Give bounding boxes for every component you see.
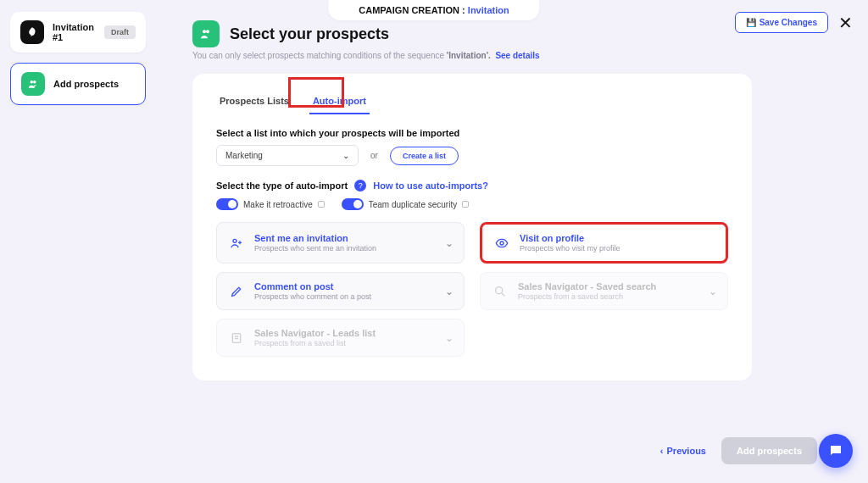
status-badge: Draft <box>104 25 136 39</box>
person-plus-icon <box>227 234 246 253</box>
toggle-retroactive[interactable]: Make it retroactive <box>216 198 325 210</box>
campaign-icon <box>20 20 44 44</box>
campaign-title: Invitation #1 <box>53 22 96 42</box>
tabs: Prospects Lists Auto-import <box>216 82 728 114</box>
list-select-value: Marketing <box>225 151 263 160</box>
prospects-icon <box>21 72 45 96</box>
main-card: Prospects Lists Auto-import Select a lis… <box>192 74 752 380</box>
sidebar-item-add-prospects[interactable]: Add prospects <box>10 63 146 105</box>
pencil-icon <box>227 282 246 301</box>
toggle-team-duplicate[interactable]: Team duplicate security <box>342 198 470 210</box>
see-details-link[interactable]: See details <box>495 51 539 60</box>
eye-icon <box>492 234 511 253</box>
svg-point-6 <box>496 286 503 293</box>
chevron-down-icon: ⌄ <box>709 286 717 297</box>
list-select[interactable]: Marketing ⌄ <box>216 145 359 166</box>
option-sent-invitation[interactable]: Sent me an invitation Prospects who sent… <box>216 222 465 264</box>
chevron-down-icon: ⌄ <box>445 237 453 249</box>
type-label: Select the type of auto-import <box>216 180 348 191</box>
option-visit-profile[interactable]: Visit on profile Prospects who visit my … <box>480 222 728 264</box>
tab-auto-import[interactable]: Auto-import <box>309 87 370 114</box>
svg-point-4 <box>233 239 236 242</box>
page-title: Select your prospects <box>230 25 389 43</box>
previous-button[interactable]: ‹ Previous <box>660 446 706 456</box>
list-label: Select a list into which your prospects … <box>216 128 728 138</box>
note-icon <box>227 329 246 347</box>
or-label: or <box>370 151 378 160</box>
sidebar-item-campaign[interactable]: Invitation #1 Draft <box>10 12 146 53</box>
option-leads-list: Sales Navigator - Leads list Prospects f… <box>216 319 465 357</box>
chevron-left-icon: ‹ <box>660 446 664 456</box>
chat-bubble-button[interactable] <box>819 434 853 468</box>
info-icon <box>318 201 325 208</box>
help-link[interactable]: How to use auto-imports? <box>373 180 488 191</box>
info-icon: ? <box>354 180 366 192</box>
chevron-down-icon: ⌄ <box>445 332 453 344</box>
section-icon <box>192 20 220 47</box>
create-list-button[interactable]: Create a list <box>390 147 459 165</box>
svg-point-3 <box>206 30 209 33</box>
chat-icon <box>828 443 843 458</box>
tab-prospects-lists[interactable]: Prospects Lists <box>216 87 292 114</box>
chevron-down-icon: ⌄ <box>342 151 349 160</box>
prospects-title: Add prospects <box>53 79 135 89</box>
svg-point-5 <box>500 242 504 245</box>
add-prospects-button[interactable]: Add prospects <box>721 437 817 464</box>
svg-point-2 <box>203 30 206 33</box>
svg-point-0 <box>31 80 34 84</box>
option-saved-search: Sales Navigator - Saved search Prospects… <box>480 272 728 310</box>
chevron-down-icon: ⌄ <box>445 286 453 297</box>
svg-point-1 <box>33 80 36 84</box>
page-subtitle: You can only select prospects matching c… <box>192 51 853 60</box>
search-icon <box>491 282 509 301</box>
sidebar: Invitation #1 Draft Add prospects <box>10 12 146 115</box>
info-icon <box>462 201 469 208</box>
option-comment-post[interactable]: Comment on post Prospects who comment on… <box>216 272 465 310</box>
